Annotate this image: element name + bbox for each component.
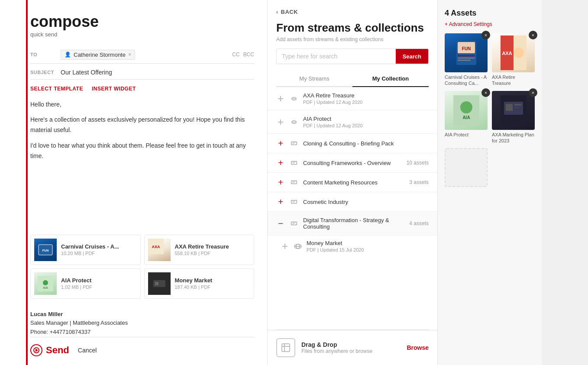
subject-value[interactable]: Our Latest Offering [61,69,112,76]
add-icon-aia [276,118,285,126]
assets-panel: 4 Assets + Advanced Settings × FUN Carni… [438,0,542,365]
remove-axa-button[interactable]: × [529,31,537,39]
back-arrow-icon: ‹ [276,9,278,15]
bcc-button[interactable]: BCC [243,52,254,58]
item-info-money: Money Market PDF | Updated 15 Jul 2020 [307,240,429,252]
item-info-content: Content Marketing Resources [303,179,409,186]
list-item-axa-retire[interactable]: AXA Retire Treasure PDF | Updated 12 Aug… [268,87,437,110]
attachment-size-axa: 558.10 KB | PDF [175,251,251,256]
search-button[interactable]: Search [396,49,428,64]
add-icon-consulting: + [276,158,285,167]
svg-rect-60 [506,104,513,111]
item-info-digital: Digital Transformation - Strategy & Cons… [303,217,409,230]
svg-rect-28 [291,181,297,184]
collection-icon-content [289,179,299,186]
svg-rect-22 [291,142,297,145]
asset-label-axa-mkt: AXA Marketing Plan for 2023 [492,132,535,144]
add-icon-money [281,242,289,251]
cancel-button[interactable]: Cancel [78,347,97,354]
send-bar: Send Cancel [30,337,254,356]
list-item-consulting[interactable]: + Consulting Frameworks - Overview 10 as… [268,153,437,173]
attachment-size-carnival: 10.20 MB | PDF [61,251,137,256]
svg-rect-62 [514,107,520,108]
tab-my-streams[interactable]: My Streams [276,71,352,87]
svg-rect-61 [514,104,521,106]
search-input[interactable] [277,49,396,64]
attachment-info-money: Money Market 187.40 KB | PDF [175,277,251,290]
to-field: TO 👤 Catherine Stormonte × CC BCC [30,46,254,64]
item-info-cosmetic: Cosmetic Industry [303,199,429,205]
item-name-money: Money Market [307,240,429,246]
signature: Lucas Miller Sales Manager | Mattleberg … [30,310,254,337]
item-info-cloning: Cloning & Consulting - Briefing Pack [303,140,429,147]
attachment-axa: AXA AXA Retire Treasure 558.10 KB | PDF [144,235,255,265]
item-name-consulting: Consulting Frameworks - Overview [303,160,407,166]
red-bar [26,0,28,365]
svg-point-56 [460,101,472,113]
insert-widget-link[interactable]: INSERT WIDGET [92,86,136,92]
item-name-digital: Digital Transformation - Strategy & Cons… [303,217,409,230]
content-asset-count: 3 assets [409,179,429,185]
signature-phone: Phone: +447710874337 [30,328,254,337]
list-item-aia-protect[interactable]: AIA Protect PDF | Updated 12 Aug 2020 [268,110,437,134]
remove-recipient-icon[interactable]: × [128,52,131,58]
item-meta: PDF | Updated 12 Aug 2020 [303,100,429,105]
cc-button[interactable]: CC [232,52,239,58]
thumb-carnival: FUN [34,239,57,261]
attachment-info-aia: AIA Protect 1.02 MB | PDF [61,277,137,290]
thumb-aia: AIA [34,272,57,295]
attachment-info-carnival: Carnival Cruises - A... 10.20 MB | PDF [61,243,137,256]
cc-bcc-buttons: CC BCC [232,52,254,58]
body-greeting: Hello there, [30,100,254,110]
thumb-money [148,272,171,295]
svg-rect-50 [458,60,471,61]
compose-title: compose [30,13,254,30]
select-template-link[interactable]: SELECT TEMPLATE [30,86,83,92]
drag-drop-subtitle: Files from anywhere or browse [301,348,401,354]
collection-icon-consulting [289,159,299,166]
add-icon-content: + [276,178,285,187]
attachment-carnival: FUN Carnival Cruises - A... 10.20 MB | P… [30,235,141,265]
compose-panel: compose quick send TO 👤 Catherine Stormo… [0,0,268,365]
remove-carnival-button[interactable]: × [481,31,490,39]
thumb-axa: AXA [148,239,171,261]
asset-label-carnival: Carnival Cruises - A Consulting Ca... [445,74,488,87]
assets-header: 4 Assets [445,9,535,18]
svg-point-54 [514,48,524,58]
send-button[interactable]: Send [30,344,69,356]
recipient-tag[interactable]: 👤 Catherine Stormonte × [61,50,135,60]
svg-text:AIA: AIA [462,115,470,120]
browse-button[interactable]: Browse [407,344,429,351]
asset-thumb-aia: AIA [445,91,488,130]
list-item-cloning[interactable]: + Cloning & Consulting - Briefing Pack [268,134,437,153]
assets-count: 4 Assets [445,9,476,18]
item-name-cosmetic: Cosmetic Industry [303,199,429,205]
person-icon: 👤 [65,52,71,58]
recipient-name: Catherine Stormonte [74,52,126,58]
minus-icon-digital: − [276,219,285,228]
list-item-content-mkt[interactable]: + Content Marketing Resources 3 assets [268,173,437,192]
streams-header: ‹ BACK From streams & collections Add as… [268,0,437,87]
item-info-aia: AIA Protect PDF | Updated 12 Aug 2020 [303,116,429,128]
list-item-digital[interactable]: − Digital Transformation - Strategy & Co… [268,212,437,236]
item-info: AXA Retire Treasure PDF | Updated 12 Aug… [303,92,429,105]
item-name: AXA Retire Treasure [303,92,429,99]
collection-icon [289,95,299,102]
svg-text:FUN: FUN [42,249,48,252]
advanced-settings-link[interactable]: + Advanced Settings [445,21,535,27]
back-button[interactable]: ‹ BACK [276,9,429,15]
email-body[interactable]: Hello there, Here's a collection of asse… [30,100,254,228]
list-item-money-mkt[interactable]: Money Market PDF | Updated 15 Jul 2020 [268,236,437,257]
remove-axa-mkt-button[interactable]: × [529,88,537,97]
remove-aia-button[interactable]: × [481,88,490,97]
collection-list: AXA Retire Treasure PDF | Updated 12 Aug… [268,87,437,329]
body-cta: I'd love to hear what you think about th… [30,141,254,162]
svg-rect-42 [282,344,290,352]
asset-thumb-carnival: FUN [445,33,488,72]
list-item-cosmetic[interactable]: + Cosmetic Industry [268,192,437,212]
asset-card-axa-retire: × AXA AXA Retire Treasure [492,33,535,87]
svg-rect-31 [291,200,297,203]
tab-my-collection[interactable]: My Collection [352,71,429,87]
template-bar: SELECT TEMPLATE INSERT WIDGET [30,83,254,94]
collection-icon-digital [289,220,299,227]
